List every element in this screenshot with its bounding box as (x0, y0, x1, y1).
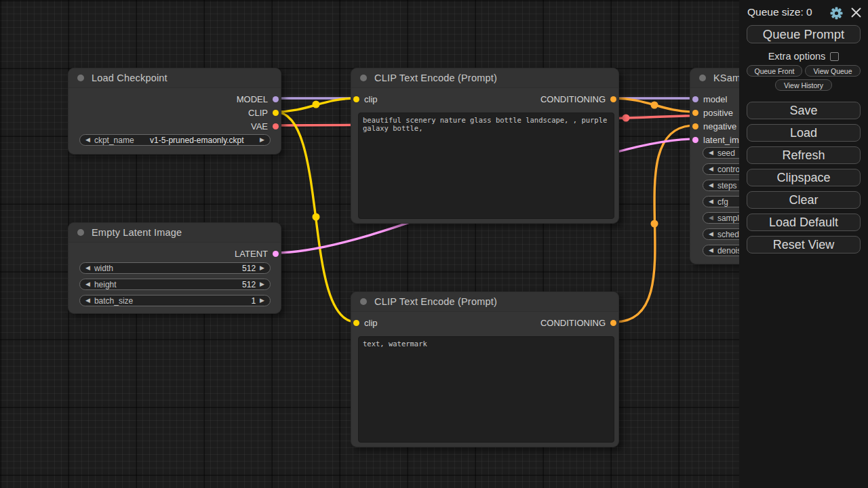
model-slot-dot[interactable] (692, 96, 698, 102)
queue-size-label: Queue size: 0 (747, 6, 812, 18)
slot-label: negative (703, 121, 736, 131)
clip-input-slot[interactable]: clip (353, 94, 378, 104)
prev-value-arrow-icon[interactable]: ◀ (709, 247, 713, 253)
clip-slot-dot[interactable] (273, 110, 279, 116)
extra-options-checkbox[interactable] (830, 52, 839, 61)
collapse-dot-icon[interactable] (77, 75, 84, 81)
view-queue-button[interactable]: View Queue (805, 65, 861, 77)
conditioning-slot-dot[interactable] (692, 110, 698, 116)
prev-value-arrow-icon[interactable]: ◀ (85, 298, 90, 304)
link-midpoint-dot[interactable] (651, 102, 658, 109)
clip-slot-dot[interactable] (353, 320, 359, 326)
comfy-menu-panel: Queue size: 0 Queue Prompt Extra options… (739, 0, 868, 488)
slot-label: model (703, 94, 727, 104)
collapse-dot-icon[interactable] (699, 75, 706, 81)
slot-label: clip (364, 94, 378, 104)
link-midpoint-dot[interactable] (623, 115, 630, 122)
next-value-arrow-icon[interactable]: ▶ (260, 281, 264, 287)
widget-value: v1-5-pruned-emaonly.ckpt (138, 136, 256, 145)
link-midpoint-dot[interactable] (313, 101, 320, 108)
vae-slot-dot[interactable] (273, 123, 279, 129)
clip-output-slot[interactable]: CLIP (248, 107, 279, 118)
positive-input-slot[interactable]: positive (692, 107, 733, 118)
negative-input-slot[interactable]: negative (692, 121, 736, 131)
latent-output-slot[interactable]: LATENT (235, 248, 279, 259)
clip-slot-dot[interactable] (353, 96, 359, 102)
prev-value-arrow-icon[interactable]: ◀ (85, 281, 90, 287)
widget-value: 512 (121, 280, 256, 289)
node-clip-text-encode-positive[interactable]: CLIP Text Encode (Prompt) clip CONDITION… (351, 68, 619, 224)
node-header[interactable]: Empty Latent Image (68, 223, 281, 243)
queue-prompt-button[interactable]: Queue Prompt (747, 25, 861, 43)
node-header[interactable]: CLIP Text Encode (Prompt) (351, 68, 618, 88)
node-title: CLIP Text Encode (Prompt) (374, 296, 497, 307)
clipspace-button[interactable]: Clipspace (747, 169, 861, 186)
reset-view-button[interactable]: Reset View (747, 236, 861, 253)
conditioning-slot-dot[interactable] (692, 123, 698, 129)
node-title: Empty Latent Image (92, 227, 182, 238)
widget-label: batch_size (94, 296, 133, 306)
collapse-dot-icon[interactable] (360, 298, 367, 305)
clear-button[interactable]: Clear (747, 191, 861, 209)
load-default-button[interactable]: Load Default (747, 214, 861, 231)
queue-front-button[interactable]: Queue Front (747, 65, 802, 77)
latent-slot-dot[interactable] (273, 251, 279, 257)
batch-size-widget[interactable]: ◀ batch_size 1 ▶ (79, 295, 271, 306)
prev-value-arrow-icon[interactable]: ◀ (709, 150, 713, 156)
positive-prompt-textarea[interactable]: beautiful scenery nature glass bottle la… (358, 113, 614, 219)
node-load-checkpoint[interactable]: Load Checkpoint MODEL CLIP VAE ◀ ckpt_na… (68, 68, 281, 155)
clip-input-slot[interactable]: clip (353, 317, 378, 328)
slot-label: MODEL (237, 94, 268, 104)
model-output-slot[interactable]: MODEL (237, 94, 279, 104)
height-widget[interactable]: ◀ height 512 ▶ (79, 279, 271, 290)
next-value-arrow-icon[interactable]: ▶ (260, 298, 264, 304)
view-history-button[interactable]: View History (775, 79, 832, 91)
close-icon[interactable] (851, 7, 861, 18)
widget-label: width (94, 264, 113, 273)
slot-label: positive (703, 108, 733, 118)
latent-slot-dot[interactable] (692, 137, 698, 143)
next-value-arrow-icon[interactable]: ▶ (260, 137, 264, 143)
node-clip-text-encode-negative[interactable]: CLIP Text Encode (Prompt) clip CONDITION… (351, 291, 619, 447)
node-empty-latent-image[interactable]: Empty Latent Image LATENT ◀ width 512 ▶ … (68, 222, 281, 314)
prev-value-arrow-icon[interactable]: ◀ (709, 166, 713, 172)
collapse-dot-icon[interactable] (77, 229, 84, 236)
slot-label: LATENT (235, 249, 268, 259)
prev-value-arrow-icon[interactable]: ◀ (709, 182, 713, 188)
extra-options-label: Extra options (768, 51, 826, 62)
graph-canvas[interactable]: Load Checkpoint MODEL CLIP VAE ◀ ckpt_na… (0, 0, 868, 488)
width-widget[interactable]: ◀ width 512 ▶ (79, 262, 271, 274)
conditioning-output-slot[interactable]: CONDITIONING (540, 317, 616, 328)
save-button[interactable]: Save (747, 102, 861, 119)
slot-label: CONDITIONING (540, 94, 606, 104)
negative-prompt-textarea[interactable]: text, watermark (358, 336, 614, 443)
node-header[interactable]: CLIP Text Encode (Prompt) (351, 292, 618, 312)
load-button[interactable]: Load (747, 124, 861, 142)
collapse-dot-icon[interactable] (360, 75, 367, 81)
next-value-arrow-icon[interactable]: ▶ (260, 265, 264, 271)
model-slot-dot[interactable] (273, 96, 279, 102)
conditioning-output-slot[interactable]: CONDITIONING (540, 94, 616, 104)
prev-value-arrow-icon[interactable]: ◀ (709, 231, 713, 237)
vae-output-slot[interactable]: VAE (251, 121, 279, 131)
settings-gear-icon[interactable] (830, 7, 843, 20)
refresh-button[interactable]: Refresh (747, 146, 861, 164)
node-header[interactable]: Load Checkpoint (68, 68, 281, 88)
widget-label: height (94, 280, 117, 289)
link-midpoint-dot[interactable] (313, 214, 320, 221)
widget-value: 512 (117, 264, 256, 273)
conditioning-slot-dot[interactable] (610, 96, 616, 102)
node-title: Load Checkpoint (92, 73, 167, 83)
prev-value-arrow-icon[interactable]: ◀ (85, 265, 90, 271)
prev-value-arrow-icon[interactable]: ◀ (85, 137, 90, 143)
prev-value-arrow-icon[interactable]: ◀ (709, 199, 713, 205)
slot-label: CLIP (248, 108, 268, 118)
widget-label: seed (717, 148, 735, 158)
widget-label: ckpt_name (94, 136, 134, 145)
model-input-slot[interactable]: model (692, 94, 727, 104)
conditioning-slot-dot[interactable] (610, 320, 616, 326)
ckpt-name-widget[interactable]: ◀ ckpt_name v1-5-pruned-emaonly.ckpt ▶ (79, 134, 271, 146)
slot-label: clip (364, 318, 378, 328)
link-midpoint-dot[interactable] (651, 220, 658, 228)
prev-value-arrow-icon[interactable]: ◀ (709, 215, 713, 221)
